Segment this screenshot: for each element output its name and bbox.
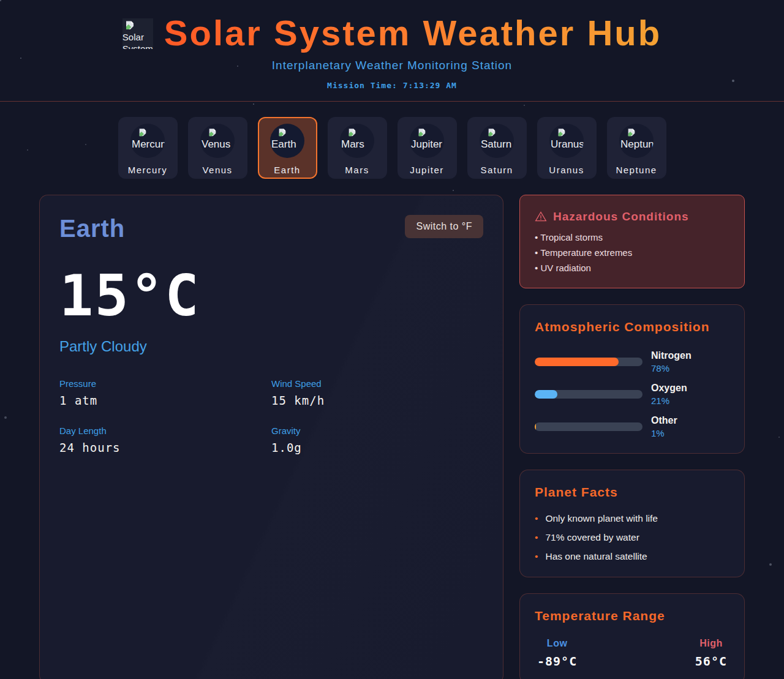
stat-value: 24 hours: [59, 441, 271, 454]
tab-label: Saturn: [480, 165, 513, 175]
stat-wind-speed: Wind Speed 15 km/h: [271, 378, 483, 407]
tab-label: Venus: [202, 165, 232, 175]
planet-alt-text: Mercury: [132, 138, 165, 151]
fact-text: Only known planet with life: [545, 513, 658, 524]
broken-planet-image: Mars: [340, 124, 374, 158]
broken-planet-image: Venus: [200, 124, 235, 158]
tab-venus[interactable]: Venus Venus: [188, 117, 247, 179]
high-value: 56°C: [695, 654, 727, 669]
fact-item: •71% covered by water: [535, 532, 729, 543]
broken-image-icon: [487, 128, 497, 138]
planet-tabs: Mercury Mercury Venus Venus Earth Earth …: [0, 117, 784, 179]
range-high: High 56°C: [695, 638, 727, 669]
broken-image-icon: [124, 20, 135, 31]
main-content: Earth Switch to °F 15°C Partly Cloudy Pr…: [39, 195, 745, 679]
bar-fill: [535, 422, 536, 431]
planet-alt-text: Neptune: [620, 138, 654, 151]
broken-planet-image: Jupiter: [410, 124, 444, 158]
atmospheric-composition-panel: Atmospheric Composition Nitrogen 78% Oxy…: [519, 304, 745, 454]
hazard-item: UV radiation: [535, 263, 729, 273]
fact-text: 71% covered by water: [545, 532, 639, 543]
stat-label: Gravity: [271, 426, 483, 436]
low-value: -89°C: [537, 654, 577, 669]
broken-image-icon: [417, 128, 427, 138]
range-panel-title: Temperature Range: [535, 609, 729, 623]
broken-planet-image: Mercury: [130, 124, 165, 158]
range-low: Low -89°C: [537, 638, 577, 669]
tab-saturn[interactable]: Saturn Saturn: [467, 117, 527, 179]
stat-label: Wind Speed: [271, 378, 483, 389]
high-label: High: [695, 638, 727, 649]
tab-mercury[interactable]: Mercury Mercury: [118, 117, 178, 179]
broken-planet-image: Uranus: [549, 124, 584, 158]
atmosphere-bars: Nitrogen 78% Oxygen 21% Other 1%: [535, 350, 729, 438]
fact-item: •Only known planet with life: [535, 513, 729, 524]
low-label: Low: [537, 638, 577, 649]
mission-time: Mission Time: 7:13:29 AM: [0, 81, 784, 90]
facts-list: •Only known planet with life •71% covere…: [535, 513, 729, 562]
weather-card: Earth Switch to °F 15°C Partly Cloudy Pr…: [39, 195, 503, 679]
broken-image-icon: [557, 128, 567, 138]
bullet-dot: •: [535, 513, 538, 524]
unit-toggle-button[interactable]: Switch to °F: [405, 215, 483, 238]
app-header: Solar System Solar System Weather Hub In…: [0, 0, 784, 102]
component-name: Other: [651, 415, 677, 426]
broken-planet-image: Neptune: [619, 124, 654, 158]
planet-facts-panel: Planet Facts •Only known planet with lif…: [519, 470, 745, 577]
fact-text: Has one natural satellite: [545, 551, 647, 562]
hazard-item: Temperature extremes: [535, 247, 729, 258]
hazardous-conditions-panel: Hazardous Conditions Tropical storms Tem…: [519, 195, 745, 288]
component-percent: 78%: [651, 363, 692, 373]
facts-panel-title: Planet Facts: [535, 485, 729, 500]
stat-label: Day Length: [59, 426, 271, 436]
component-name: Oxygen: [651, 383, 687, 394]
stat-value: 15 km/h: [271, 394, 483, 407]
tab-label: Neptune: [616, 165, 657, 175]
hazard-item: Tropical storms: [535, 232, 729, 242]
tab-uranus[interactable]: Uranus Uranus: [537, 117, 597, 179]
planet-alt-text: Uranus: [551, 138, 584, 151]
hazard-list: Tropical storms Temperature extremes UV …: [535, 232, 729, 273]
planet-alt-text: Saturn: [481, 138, 514, 151]
planet-alt-text: Jupiter: [411, 138, 444, 151]
tab-mars[interactable]: Mars Mars: [328, 117, 387, 179]
tab-neptune[interactable]: Neptune Neptune: [607, 117, 666, 179]
tab-jupiter[interactable]: Jupiter Jupiter: [398, 117, 457, 179]
logo-alt-text: Solar System: [123, 32, 153, 49]
tab-label: Earth: [274, 165, 300, 175]
tab-earth[interactable]: Earth Earth: [258, 117, 317, 179]
bar-fill: [535, 358, 619, 366]
weather-stats: Pressure 1 atm Wind Speed 15 km/h Day Le…: [59, 378, 483, 454]
broken-image-icon: [347, 128, 357, 138]
stat-value: 1 atm: [59, 394, 271, 407]
broken-image-icon: [208, 128, 217, 138]
planet-alt-text: Earth: [271, 138, 304, 151]
broken-planet-image: Earth: [270, 124, 304, 158]
tab-label: Jupiter: [410, 165, 444, 175]
atmosphere-panel-title: Atmospheric Composition: [535, 320, 729, 334]
temperature-range-panel: Temperature Range Low -89°C High 56°C: [519, 593, 745, 679]
broken-logo-image: Solar System: [123, 18, 153, 49]
broken-image-icon: [138, 128, 148, 138]
stat-value: 1.0g: [271, 441, 483, 454]
tab-label: Uranus: [549, 165, 584, 175]
stat-gravity: Gravity 1.0g: [271, 426, 483, 454]
fact-item: •Has one natural satellite: [535, 551, 729, 562]
bar-track: [535, 390, 643, 399]
component-percent: 21%: [651, 396, 687, 406]
stat-day-length: Day Length 24 hours: [59, 426, 271, 454]
atmosphere-row-other: Other 1%: [535, 415, 729, 438]
stat-label: Pressure: [59, 378, 271, 389]
selected-planet-title: Earth: [59, 215, 125, 242]
bar-fill: [535, 390, 557, 399]
bullet-dot: •: [535, 551, 538, 562]
bar-track: [535, 422, 643, 431]
page-title: Solar System Weather Hub: [164, 13, 662, 53]
broken-image-icon: [277, 128, 287, 138]
tab-label: Mars: [345, 165, 369, 175]
warning-triangle-icon: [535, 211, 547, 223]
atmosphere-row-nitrogen: Nitrogen 78%: [535, 350, 729, 373]
hazard-panel-title: Hazardous Conditions: [553, 210, 689, 223]
component-percent: 1%: [651, 428, 677, 438]
bar-track: [535, 358, 643, 366]
